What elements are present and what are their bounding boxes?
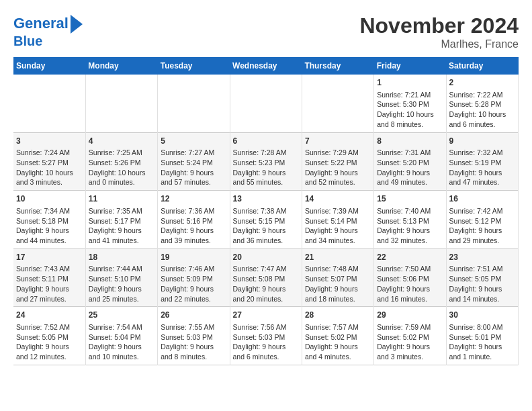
day-number: 6 bbox=[233, 136, 299, 147]
day-info: and 47 minutes. bbox=[449, 177, 515, 187]
day-info: and 14 minutes. bbox=[449, 294, 515, 304]
day-info: Sunset: 5:23 PM bbox=[233, 158, 299, 168]
day-number: 18 bbox=[89, 252, 154, 263]
day-info: and 34 minutes. bbox=[305, 236, 371, 246]
day-info: Daylight: 9 hours bbox=[233, 226, 299, 236]
day-info: Sunset: 5:20 PM bbox=[377, 158, 443, 168]
day-info: Daylight: 9 hours bbox=[305, 284, 371, 294]
weekday-header: Saturday bbox=[446, 57, 518, 75]
day-info: Sunrise: 7:42 AM bbox=[449, 206, 515, 216]
day-info: and 18 minutes. bbox=[305, 294, 371, 304]
calendar-week-row: 24Sunrise: 7:52 AMSunset: 5:05 PMDayligh… bbox=[13, 307, 519, 365]
day-info: Sunset: 5:04 PM bbox=[89, 332, 154, 342]
day-info: Sunset: 5:09 PM bbox=[161, 274, 226, 284]
weekday-header: Sunday bbox=[13, 57, 85, 75]
calendar-cell: 6Sunrise: 7:28 AMSunset: 5:23 PMDaylight… bbox=[230, 132, 302, 191]
calendar-cell: 26Sunrise: 7:55 AMSunset: 5:03 PMDayligh… bbox=[158, 307, 230, 365]
calendar-cell: 13Sunrise: 7:38 AMSunset: 5:15 PMDayligh… bbox=[230, 191, 302, 249]
day-info: Sunset: 5:01 PM bbox=[449, 332, 515, 342]
day-info: and 16 minutes. bbox=[377, 294, 443, 304]
calendar-table: SundayMondayTuesdayWednesdayThursdayFrid… bbox=[13, 57, 519, 365]
day-number: 21 bbox=[305, 252, 371, 263]
day-info: Sunrise: 7:46 AM bbox=[161, 264, 226, 274]
day-info: Sunrise: 7:38 AM bbox=[233, 206, 299, 216]
day-info: Sunset: 5:08 PM bbox=[233, 274, 299, 284]
day-info: Sunset: 5:07 PM bbox=[305, 274, 371, 284]
day-info: Sunset: 5:17 PM bbox=[89, 216, 154, 226]
day-info: Sunrise: 7:22 AM bbox=[449, 90, 515, 100]
calendar-week-row: 10Sunrise: 7:34 AMSunset: 5:18 PMDayligh… bbox=[13, 191, 519, 249]
title-block: November 2024 Marlhes, France bbox=[359, 13, 519, 50]
day-number: 1 bbox=[377, 77, 443, 89]
day-info: and 4 minutes. bbox=[305, 352, 371, 362]
day-number: 9 bbox=[449, 136, 515, 147]
day-number: 22 bbox=[377, 252, 443, 263]
day-number: 15 bbox=[377, 193, 443, 205]
day-number: 4 bbox=[89, 136, 154, 147]
day-info: Sunrise: 7:54 AM bbox=[89, 322, 154, 332]
day-info: Daylight: 9 hours bbox=[161, 168, 226, 178]
day-number: 12 bbox=[161, 193, 226, 205]
day-info: Sunrise: 7:55 AM bbox=[161, 322, 226, 332]
day-info: and 32 minutes. bbox=[377, 236, 443, 246]
day-number: 3 bbox=[16, 136, 83, 147]
calendar-cell: 5Sunrise: 7:27 AMSunset: 5:24 PMDaylight… bbox=[158, 132, 230, 191]
day-info: Daylight: 9 hours bbox=[449, 284, 515, 294]
day-info: Daylight: 10 hours bbox=[16, 168, 83, 178]
day-info: Sunset: 5:28 PM bbox=[449, 99, 515, 109]
day-info: Daylight: 9 hours bbox=[89, 226, 154, 236]
day-info: Sunset: 5:06 PM bbox=[377, 274, 443, 284]
logo-arrow-icon bbox=[71, 15, 83, 34]
calendar-cell: 3Sunrise: 7:24 AMSunset: 5:27 PMDaylight… bbox=[13, 132, 85, 191]
day-info: Daylight: 9 hours bbox=[305, 168, 371, 178]
day-info: Daylight: 9 hours bbox=[305, 342, 371, 352]
day-info: and 8 minutes. bbox=[377, 120, 443, 130]
day-number: 11 bbox=[89, 193, 154, 205]
day-info: Sunrise: 7:51 AM bbox=[449, 264, 515, 274]
calendar-cell: 23Sunrise: 7:51 AMSunset: 5:05 PMDayligh… bbox=[446, 248, 518, 307]
day-number: 10 bbox=[16, 193, 83, 205]
calendar-cell: 21Sunrise: 7:48 AMSunset: 5:07 PMDayligh… bbox=[302, 248, 373, 307]
day-info: Sunrise: 7:27 AM bbox=[161, 148, 226, 158]
day-number: 23 bbox=[449, 252, 515, 263]
day-info: Sunrise: 7:39 AM bbox=[305, 206, 371, 216]
calendar-week-row: 17Sunrise: 7:43 AMSunset: 5:11 PMDayligh… bbox=[13, 248, 519, 307]
day-info: Daylight: 10 hours bbox=[449, 109, 515, 120]
calendar-cell: 18Sunrise: 7:44 AMSunset: 5:10 PMDayligh… bbox=[85, 248, 157, 307]
day-info: and 3 minutes. bbox=[16, 177, 83, 187]
day-info: and 27 minutes. bbox=[16, 294, 83, 304]
day-info: Sunrise: 7:44 AM bbox=[89, 264, 154, 274]
calendar-cell: 27Sunrise: 7:56 AMSunset: 5:03 PMDayligh… bbox=[230, 307, 302, 365]
day-info: Sunset: 5:14 PM bbox=[305, 216, 371, 226]
day-info: Sunrise: 7:50 AM bbox=[377, 264, 443, 274]
day-info: and 36 minutes. bbox=[233, 236, 299, 246]
day-info: and 55 minutes. bbox=[233, 177, 299, 187]
day-info: and 20 minutes. bbox=[233, 294, 299, 304]
weekday-header: Monday bbox=[85, 57, 157, 75]
calendar-cell: 7Sunrise: 7:29 AMSunset: 5:22 PMDaylight… bbox=[302, 132, 373, 191]
day-number: 20 bbox=[233, 252, 299, 263]
day-info: and 10 minutes. bbox=[89, 352, 154, 362]
day-info: Daylight: 10 hours bbox=[89, 168, 154, 178]
day-info: Daylight: 9 hours bbox=[377, 168, 443, 178]
day-info: Sunrise: 7:59 AM bbox=[377, 322, 443, 332]
day-info: and 6 minutes. bbox=[449, 120, 515, 130]
day-info: and 52 minutes. bbox=[305, 177, 371, 187]
logo: General Blue bbox=[13, 13, 83, 48]
calendar-cell: 2Sunrise: 7:22 AMSunset: 5:28 PMDaylight… bbox=[446, 75, 518, 132]
weekday-header: Tuesday bbox=[158, 57, 230, 75]
calendar-week-row: 1Sunrise: 7:21 AMSunset: 5:30 PMDaylight… bbox=[13, 75, 519, 132]
day-info: Daylight: 9 hours bbox=[89, 342, 154, 352]
day-info: Daylight: 10 hours bbox=[377, 109, 443, 120]
day-info: Sunrise: 7:21 AM bbox=[377, 90, 443, 100]
month-title: November 2024 bbox=[359, 13, 519, 38]
day-info: Sunrise: 8:00 AM bbox=[449, 322, 515, 332]
day-info: and 22 minutes. bbox=[161, 294, 226, 304]
day-info: Sunset: 5:11 PM bbox=[16, 274, 83, 284]
calendar-cell: 20Sunrise: 7:47 AMSunset: 5:08 PMDayligh… bbox=[230, 248, 302, 307]
day-info: Sunset: 5:03 PM bbox=[233, 332, 299, 342]
calendar-cell: 12Sunrise: 7:36 AMSunset: 5:16 PMDayligh… bbox=[158, 191, 230, 249]
day-info: Sunset: 5:26 PM bbox=[89, 158, 154, 168]
day-info: and 49 minutes. bbox=[377, 177, 443, 187]
calendar-header-row: SundayMondayTuesdayWednesdayThursdayFrid… bbox=[13, 57, 519, 75]
